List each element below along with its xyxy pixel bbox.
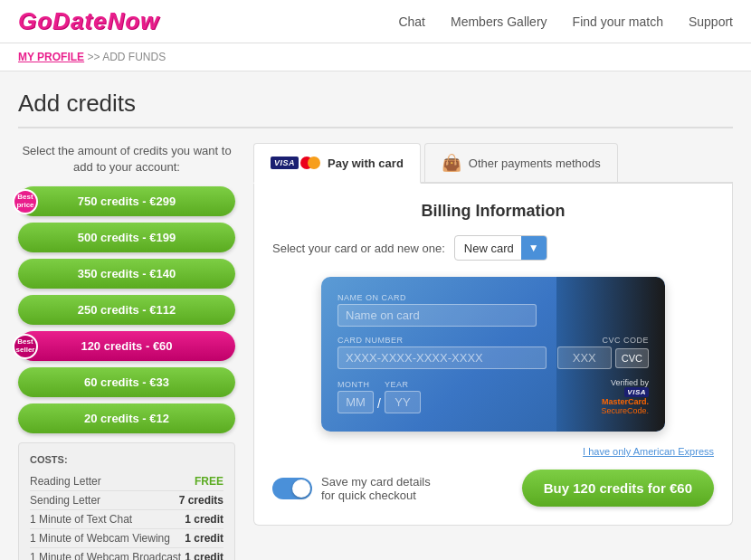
credit-option-label: 750 credits - €299 [78,195,176,208]
main-nav: Chat Members Gallery Find your match Sup… [398,14,733,29]
secure-code-label: SecureCode. [601,406,649,415]
cost-value: 1 credit [185,532,223,545]
verified-by-text: Verified by [611,378,649,387]
cost-label: 1 Minute of Webcam Viewing [30,532,170,545]
card-bottom-row: MONTH / YEAR [337,378,649,415]
credit-option-label: 350 credits - €140 [78,267,176,280]
cost-label: 1 Minute of Text Chat [30,513,132,526]
select-label: Select the amount of credits you want to… [18,143,235,176]
card-select-row: Select your card or add new one: New car… [272,235,714,261]
visa-mastercard-icons: VISA [271,157,320,169]
billing-box: Billing Information Select your card or … [253,184,733,526]
nav-find-match[interactable]: Find your match [573,14,663,29]
verify-visa-icon: VISA [624,387,649,397]
card-select-dropdown[interactable]: New card ▼ [454,235,547,261]
month-field: MONTH [337,380,374,413]
visa-icon: VISA [271,157,299,169]
cvc-field: CVC CODE CVC [557,336,649,369]
cost-row: 1 Minute of Webcam Viewing 1 credit [30,529,223,548]
breadcrumb-my-profile[interactable]: MY PROFILE [18,51,84,63]
credit-option-label: 250 credits - €112 [78,303,176,317]
breadcrumb: MY PROFILE >> ADD FUNDS [0,43,751,71]
card-number-label: CARD NUMBER [337,336,547,345]
verify-logo: Verified by VISA MasterCard. SecureCode. [601,378,649,415]
save-card-row: Save my card detailsfor quick checkout B… [272,470,714,507]
name-on-card-label: NAME ON CARD [337,293,649,302]
amex-link[interactable]: I have only American Express [272,446,714,457]
cost-row: 1 Minute of Text Chat 1 credit [30,510,223,529]
card-select-arrow-icon: ▼ [521,236,547,260]
toggle-knob [292,479,310,498]
name-on-card-input[interactable] [337,304,537,327]
credit-option-label: 20 credits - €12 [84,412,169,425]
cost-row: 1 Minute of Webcam Broadcast 1 credit [30,548,223,560]
date-field: MONTH / YEAR [337,380,421,413]
cost-value: 1 credit [185,551,223,560]
credit-option-label: 120 credits - €60 [81,339,172,353]
cost-row: Reading Letter FREE [30,472,223,491]
credit-option-label: 60 credits - €33 [84,375,169,389]
buy-credits-button[interactable]: Buy 120 credits for €60 [522,470,714,507]
credit-option-opt-120[interactable]: Best seller120 credits - €60 [18,331,235,361]
cvc-group: CVC CODE CVC [557,336,649,369]
cost-label: 1 Minute of Webcam Broadcast [30,551,181,560]
cost-value: 7 credits [179,494,223,507]
nav-chat[interactable]: Chat [398,14,425,29]
credit-option-opt-60[interactable]: 60 credits - €33 [18,367,235,397]
cost-rows: Reading Letter FREE Sending Letter 7 cre… [30,472,223,560]
cost-value: 1 credit [185,513,223,526]
tab-other-payments[interactable]: 👜 Other payments methods [424,143,618,182]
cost-row: Sending Letter 7 credits [30,491,223,510]
credit-option-label: 500 credits - €199 [78,231,176,244]
nav-support[interactable]: Support [689,14,733,29]
card-select-label: Select your card or add new one: [272,242,445,255]
tab-other-label: Other payments methods [469,157,601,170]
credit-option-opt-250[interactable]: 250 credits - €112 [18,295,235,325]
date-separator: / [377,384,381,411]
page-title: Add credits [18,90,733,128]
cost-value: FREE [195,475,223,488]
credit-badge: Best seller [13,334,38,359]
content-area: Select the amount of credits you want to… [18,143,733,560]
right-panel: VISA Pay with card 👜 Other payments meth… [253,143,733,560]
credit-option-opt-500[interactable]: 500 credits - €199 [18,223,235,252]
card-visual: NAME ON CARD CARD NUMBER CVC CODE [321,277,665,432]
mastercard-icon [300,157,320,169]
tab-pay-card[interactable]: VISA Pay with card [253,143,421,184]
year-field: YEAR [385,380,421,413]
card-number-input[interactable] [337,346,547,369]
costs-box: COSTS: Reading Letter FREE Sending Lette… [18,442,235,560]
credit-option-opt-20[interactable]: 20 credits - €12 [18,403,235,433]
credit-badge: Best price [13,189,38,214]
save-card-toggle[interactable] [272,478,312,499]
tab-card-label: Pay with card [328,157,404,170]
payment-tabs: VISA Pay with card 👜 Other payments meth… [253,143,733,184]
header: GoDateNow Chat Members Gallery Find your… [0,0,751,43]
credit-option-opt-350[interactable]: 350 credits - €140 [18,259,235,289]
costs-title: COSTS: [30,454,223,465]
credit-options: Best price750 credits - €299500 credits … [18,186,235,433]
toggle-area: Save my card detailsfor quick checkout [272,475,431,502]
cost-label: Reading Letter [30,475,101,488]
year-input[interactable] [385,391,421,413]
cvc-inner-label: CVC [615,348,649,368]
year-label: YEAR [385,380,421,389]
cvc-input[interactable] [557,346,612,369]
cvc-label: CVC CODE [557,336,649,345]
main-content: Add credits Select the amount of credits… [0,71,751,560]
logo: GoDateNow [18,7,159,35]
card-number-cvc-row: CARD NUMBER CVC CODE CVC [337,336,649,369]
billing-title: Billing Information [272,202,714,221]
month-label: MONTH [337,380,374,389]
mastercard-secure-label: MasterCard. [602,397,649,406]
nav-members-gallery[interactable]: Members Gallery [451,14,547,29]
left-panel: Select the amount of credits you want to… [18,143,235,560]
wallet-icon: 👜 [442,153,461,173]
card-number-field: CARD NUMBER [337,336,547,369]
cost-label: Sending Letter [30,494,100,507]
save-label: Save my card detailsfor quick checkout [321,475,431,502]
breadcrumb-separator: >> ADD FUNDS [87,51,166,63]
month-input[interactable] [337,391,374,413]
card-select-value: New card [464,242,514,255]
credit-option-opt-750[interactable]: Best price750 credits - €299 [18,186,235,216]
